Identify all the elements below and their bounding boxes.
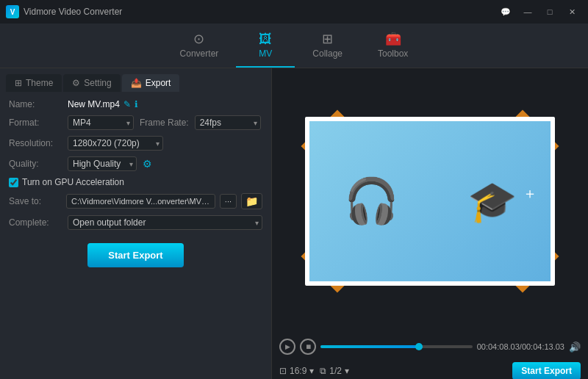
plus-icon: ＋ <box>523 184 537 203</box>
clip-count-wrap: ⧉ 1/2 ▾ <box>320 366 349 376</box>
aspect-ratio-value: 16:9 <box>290 366 306 376</box>
tab-collage[interactable]: ⊞ Collage <box>295 28 360 68</box>
minimize-button[interactable]: — <box>517 4 538 19</box>
complete-label: Complete: <box>9 217 62 228</box>
mv-icon: 🖼 <box>259 32 272 46</box>
tab-converter-label: Converter <box>180 48 219 59</box>
converter-icon: ⊙ <box>193 32 204 46</box>
frame-rate-label: Frame Rate: <box>140 118 189 128</box>
tab-converter[interactable]: ⊙ Converter <box>162 28 237 68</box>
app-icon: V <box>6 5 19 18</box>
play-button[interactable]: ▶ <box>279 339 295 355</box>
tab-toolbox-label: Toolbox <box>378 48 408 59</box>
setting-icon: ⚙ <box>72 78 80 88</box>
main-content: ⊞ Theme ⚙ Setting 📤 Export Name: New MV.… <box>0 68 588 379</box>
tab-mv[interactable]: 🖼 MV <box>236 28 295 68</box>
vidmore-logo-icon: 🎧 <box>344 179 399 223</box>
titlebar-left: V Vidmore Video Converter <box>6 5 122 18</box>
quality-gear-button[interactable]: ⚙ <box>143 158 152 170</box>
resolution-row: Resolution: 1280x720 (720p) <box>9 136 262 151</box>
clip-count-chevron[interactable]: ▾ <box>345 366 349 376</box>
format-label: Format: <box>9 118 62 128</box>
time-total: 00:04:13.03 <box>522 342 564 351</box>
aspect-ratio-chevron[interactable]: ▾ <box>309 366 314 376</box>
sub-tab-export[interactable]: 📤 Export <box>122 74 180 92</box>
clip-count-value: 1/2 <box>329 366 342 376</box>
name-text: New MV.mp4 <box>68 99 120 109</box>
start-export-small-button[interactable]: Start Export <box>512 362 581 379</box>
aspect-ratio-wrap: ⊡ 16:9 ▾ <box>279 366 314 376</box>
quality-row: Quality: High Quality ⚙ <box>9 156 262 171</box>
gpu-label: Turn on GPU Acceleration <box>22 177 124 187</box>
nav-tabs: ⊙ Converter 🖼 MV ⊞ Collage 🧰 Toolbox <box>0 24 588 68</box>
sub-tab-theme-label: Theme <box>26 78 53 88</box>
frame-rate-select-wrap: 24fps <box>195 115 261 130</box>
name-info-icon[interactable]: ℹ <box>135 99 138 109</box>
progress-fill <box>320 345 419 348</box>
theme-icon: ⊞ <box>15 78 22 88</box>
time-display: 00:04:08.03/00:04:13.03 <box>477 342 564 351</box>
save-label: Save to: <box>9 196 62 206</box>
clip-count-icon: ⧉ <box>320 366 326 376</box>
start-export-button[interactable]: Start Export <box>87 243 183 267</box>
stop-button[interactable]: ⏹ <box>300 339 316 355</box>
format-row: Format: MP4 Frame Rate: 24fps <box>9 115 262 130</box>
quality-label: Quality: <box>9 159 62 169</box>
complete-select-wrap: Open output folder <box>68 215 262 230</box>
progress-thumb <box>415 343 423 350</box>
player-bottom-bar: ⊡ 16:9 ▾ ⧉ 1/2 ▾ Start Export <box>272 359 588 379</box>
collage-icon: ⊞ <box>322 32 333 46</box>
name-edit-icon[interactable]: ✎ <box>123 99 131 109</box>
player-controls: ▶ ⏹ 00:04:08.03/00:04:13.03 🔊 <box>272 334 588 359</box>
open-folder-button[interactable]: 📁 <box>241 193 262 209</box>
browse-dots-button[interactable]: ··· <box>220 194 237 209</box>
sub-tab-setting[interactable]: ⚙ Setting <box>63 74 120 92</box>
sub-tab-export-label: Export <box>146 78 171 88</box>
complete-select[interactable]: Open output folder <box>68 215 262 230</box>
tab-collage-label: Collage <box>312 48 343 59</box>
tab-toolbox[interactable]: 🧰 Toolbox <box>360 28 426 68</box>
sub-tab-theme[interactable]: ⊞ Theme <box>6 74 62 92</box>
resolution-select[interactable]: 1280x720 (720p) <box>68 136 163 151</box>
save-path: C:\Vidmore\Vidmore V...onverter\MV Expor… <box>66 194 215 209</box>
left-panel: ⊞ Theme ⚙ Setting 📤 Export Name: New MV.… <box>0 68 272 379</box>
save-row: Save to: C:\Vidmore\Vidmore V...onverter… <box>9 193 262 209</box>
format-select[interactable]: MP4 <box>68 115 134 130</box>
name-value: New MV.mp4 ✎ ℹ <box>68 99 138 109</box>
complete-row: Complete: Open output folder <box>9 215 262 230</box>
right-panel: 🎧 🎓 ＋ ▶ ⏹ 00:04:08.03/00:04:13.03 🔊 ⊡ <box>272 68 588 379</box>
sub-tabs: ⊞ Theme ⚙ Setting 📤 Export <box>0 68 271 92</box>
close-button[interactable]: ✕ <box>562 4 582 19</box>
sub-tab-setting-label: Setting <box>84 78 111 88</box>
tab-mv-label: MV <box>259 48 272 59</box>
preview-frame: 🎧 🎓 ＋ <box>305 117 555 286</box>
graduation-hat-icon: 🎓 <box>467 181 517 221</box>
export-icon: 📤 <box>131 78 142 88</box>
gpu-row: Turn on GPU Acceleration <box>9 177 262 187</box>
volume-icon[interactable]: 🔊 <box>569 342 581 353</box>
quality-select[interactable]: High Quality <box>68 156 137 171</box>
name-row: Name: New MV.mp4 ✎ ℹ <box>9 99 262 109</box>
frame-rate-select[interactable]: 24fps <box>195 115 261 130</box>
name-label: Name: <box>9 99 62 109</box>
preview-inner: 🎧 🎓 ＋ <box>305 117 555 286</box>
time-current: 00:04:08.03 <box>477 342 520 351</box>
titlebar: V Vidmore Video Converter 💬 — □ ✕ <box>0 0 588 24</box>
format-select-wrap: MP4 <box>68 115 134 130</box>
toolbox-icon: 🧰 <box>385 32 401 46</box>
titlebar-title: Vidmore Video Converter <box>24 7 122 17</box>
titlebar-controls: 💬 — □ ✕ <box>495 4 582 19</box>
quality-select-wrap: High Quality <box>68 156 137 171</box>
preview-area: 🎧 🎓 ＋ <box>272 68 588 334</box>
export-form: Name: New MV.mp4 ✎ ℹ Format: MP4 Frame R… <box>0 92 271 377</box>
resolution-select-wrap: 1280x720 (720p) <box>68 136 163 151</box>
maximize-button[interactable]: □ <box>539 4 560 19</box>
progress-bar[interactable] <box>320 345 473 348</box>
chat-button[interactable]: 💬 <box>495 4 516 19</box>
gpu-checkbox[interactable] <box>9 178 18 187</box>
resolution-label: Resolution: <box>9 138 62 148</box>
aspect-ratio-icon: ⊡ <box>279 366 287 376</box>
